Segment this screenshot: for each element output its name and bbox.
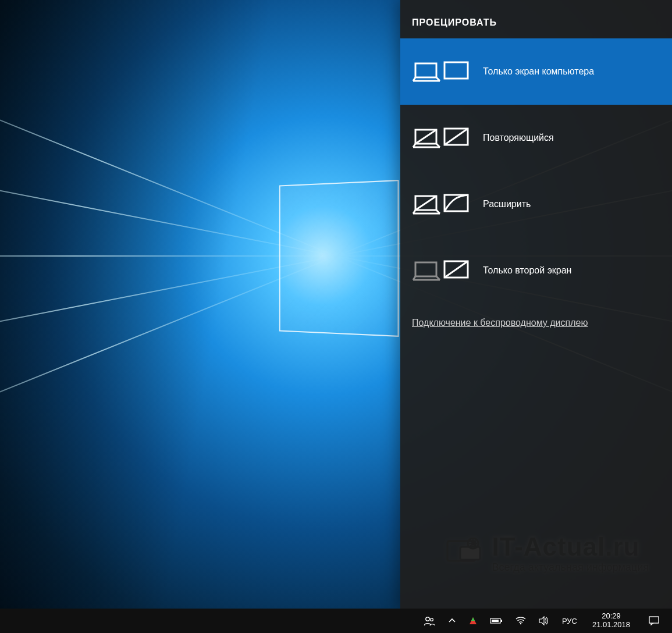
svg-marker-23 bbox=[539, 617, 544, 625]
system-tray: РУС 20:29 21.01.2018 bbox=[418, 609, 669, 633]
project-option-second-only[interactable]: Только второй экран bbox=[400, 237, 672, 304]
wifi-icon[interactable] bbox=[513, 609, 528, 633]
tray-overflow-chevron-icon[interactable] bbox=[446, 609, 458, 633]
svg-marker-18 bbox=[471, 617, 475, 621]
taskbar: РУС 20:29 21.01.2018 bbox=[0, 609, 672, 633]
svg-rect-7 bbox=[415, 63, 436, 77]
svg-point-22 bbox=[520, 623, 521, 624]
project-option-duplicate[interactable]: Повторяющийся bbox=[400, 105, 672, 171]
extend-icon bbox=[412, 190, 470, 218]
svg-rect-8 bbox=[445, 62, 468, 79]
people-icon[interactable] bbox=[421, 609, 438, 633]
project-option-label: Только экран компьютера bbox=[483, 66, 660, 77]
svg-rect-21 bbox=[492, 620, 499, 622]
duplicate-icon bbox=[412, 124, 470, 152]
project-option-label: Только второй экран bbox=[483, 265, 660, 276]
battery-icon[interactable] bbox=[488, 609, 505, 633]
language-indicator[interactable]: РУС bbox=[560, 609, 579, 633]
project-panel: ПРОЕЦИРОВАТЬ Только экран компьютера bbox=[400, 0, 672, 609]
action-center-icon[interactable] bbox=[643, 609, 665, 633]
svg-rect-13 bbox=[415, 262, 436, 276]
clock-date: 21.01.2018 bbox=[592, 621, 630, 630]
svg-rect-20 bbox=[501, 620, 502, 622]
svg-point-15 bbox=[426, 617, 429, 621]
project-panel-title: ПРОЕЦИРОВАТЬ bbox=[400, 17, 672, 38]
pc-screen-only-icon bbox=[412, 58, 470, 86]
tray-app-icon[interactable] bbox=[467, 609, 479, 633]
taskbar-clock[interactable]: 20:29 21.01.2018 bbox=[588, 609, 635, 633]
project-option-extend[interactable]: Расширить bbox=[400, 171, 672, 237]
project-option-label: Повторяющийся bbox=[483, 133, 660, 143]
volume-icon[interactable] bbox=[536, 609, 552, 633]
project-option-pc-only[interactable]: Только экран компьютера bbox=[400, 38, 672, 105]
connect-wireless-display-link[interactable]: Подключение к беспроводному дисплею bbox=[400, 304, 672, 328]
clock-time: 20:29 bbox=[602, 612, 621, 621]
second-screen-only-icon bbox=[412, 257, 470, 285]
svg-rect-24 bbox=[649, 617, 659, 623]
svg-point-16 bbox=[430, 618, 433, 621]
project-option-label: Расширить bbox=[483, 199, 660, 209]
language-label: РУС bbox=[562, 617, 577, 625]
